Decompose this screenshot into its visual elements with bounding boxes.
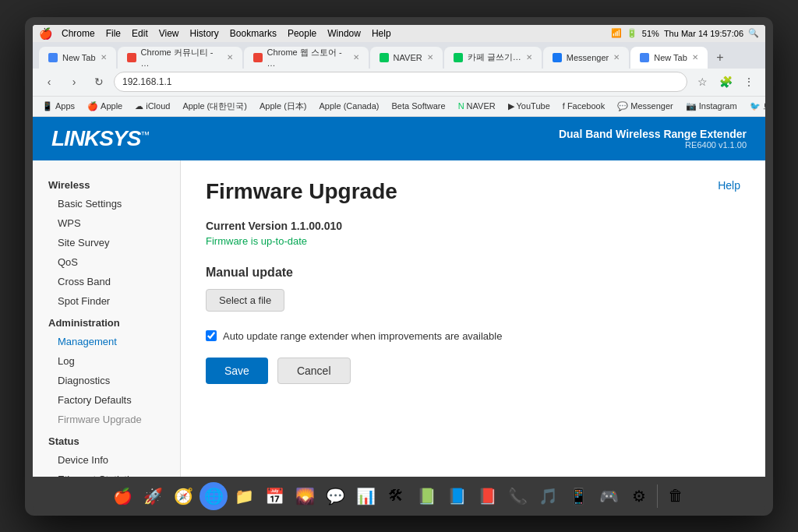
back-button[interactable]: ‹ bbox=[39, 72, 59, 92]
tab-4-close[interactable]: ✕ bbox=[427, 53, 433, 62]
battery-icon: 🔋 bbox=[627, 28, 637, 38]
dock-tools[interactable]: 🛠 bbox=[382, 482, 410, 510]
bookmark-apps[interactable]: 📱Apps bbox=[39, 100, 78, 113]
sidebar-item-factory-defaults[interactable]: Factory Defaults bbox=[33, 390, 180, 410]
tab-6-close[interactable]: ✕ bbox=[613, 53, 620, 62]
refresh-button[interactable]: ↻ bbox=[89, 72, 109, 92]
sidebar-item-site-survey[interactable]: Site Survey bbox=[33, 233, 180, 252]
extensions-button[interactable]: 🧩 bbox=[715, 72, 736, 92]
bookmark-apple-icon: 🍎 bbox=[87, 101, 98, 111]
bookmark-twitter[interactable]: 🐦 트위터 bbox=[747, 99, 765, 114]
macos-dock: 🍎 🚀 🧭 🌐 📁 📅 🌄 💬 📊 🛠 📗 📘 📕 📞 🎵 📱 🎮 ⚙ 🗑 bbox=[33, 477, 765, 516]
tab-7-close[interactable]: ✕ bbox=[692, 53, 698, 62]
bookmark-beta[interactable]: Beta Software bbox=[389, 100, 449, 112]
save-button[interactable]: Save bbox=[206, 358, 268, 384]
sidebar-item-firmware-upgrade[interactable]: Firmware Upgrade bbox=[33, 410, 180, 429]
tab-6[interactable]: Messenger ✕ bbox=[543, 47, 629, 69]
bookmark-apple-jp[interactable]: Apple (日本) bbox=[256, 99, 310, 114]
menu-view[interactable]: View bbox=[159, 28, 179, 39]
dock-music[interactable]: 🎵 bbox=[534, 482, 562, 510]
bookmark-apple-kr[interactable]: Apple (대한민국) bbox=[179, 99, 250, 114]
tab-7-active[interactable]: New Tab ✕ bbox=[630, 47, 708, 69]
current-version: Current Version 1.1.00.010 bbox=[206, 220, 740, 232]
dock-messages[interactable]: 💬 bbox=[321, 482, 349, 510]
page-header: Firmware Upgrade Help bbox=[206, 179, 740, 204]
sidebar-item-diagnostics[interactable]: Diagnostics bbox=[33, 371, 180, 390]
search-icon[interactable]: 🔍 bbox=[748, 28, 759, 38]
dock-appstore[interactable]: 📱 bbox=[564, 482, 592, 510]
address-bar[interactable]: 192.168.1.1 bbox=[114, 72, 687, 92]
sidebar-item-ethernet-statistics[interactable]: Ethernet Statistics bbox=[33, 470, 180, 477]
address-text: 192.168.1.1 bbox=[122, 76, 171, 87]
menu-help[interactable]: Help bbox=[372, 28, 391, 39]
bookmark-instagram[interactable]: 📷 Instagram bbox=[683, 100, 740, 113]
apple-menu-icon[interactable]: 🍎 bbox=[39, 27, 52, 40]
section-status: Status bbox=[33, 429, 180, 450]
auto-update-label: Auto update range extender when improvem… bbox=[223, 330, 502, 342]
menu-bookmarks[interactable]: Bookmarks bbox=[230, 28, 277, 39]
dock-photos[interactable]: 🌄 bbox=[291, 482, 319, 510]
tab-4[interactable]: NAVER ✕ bbox=[370, 47, 443, 69]
sidebar-item-log[interactable]: Log bbox=[33, 351, 180, 371]
dock-finder-files[interactable]: 📁 bbox=[230, 482, 258, 510]
sidebar-item-device-info[interactable]: Device Info bbox=[33, 450, 180, 470]
clock: Thu Mar 14 19:57:06 bbox=[664, 29, 743, 38]
bookmark-apple[interactable]: 🍎Apple bbox=[84, 100, 125, 113]
dock-steam[interactable]: 🎮 bbox=[595, 482, 623, 510]
sidebar-item-spot-finder[interactable]: Spot Finder bbox=[33, 291, 180, 311]
sidebar-item-qos[interactable]: QoS bbox=[33, 252, 180, 272]
sidebar-item-cross-band[interactable]: Cross Band bbox=[33, 272, 180, 291]
dock-word[interactable]: 📘 bbox=[443, 482, 471, 510]
tab-1-close[interactable]: ✕ bbox=[101, 53, 107, 62]
dock-prefs[interactable]: ⚙ bbox=[625, 482, 653, 510]
tab-1[interactable]: New Tab ✕ bbox=[39, 47, 116, 69]
dock-excel[interactable]: 📗 bbox=[412, 482, 440, 510]
sidebar-item-wps[interactable]: WPS bbox=[33, 213, 180, 233]
linksys-logo-text: LINKSYS bbox=[51, 126, 140, 150]
tab-3-close[interactable]: ✕ bbox=[353, 53, 359, 62]
bookmark-youtube[interactable]: ▶ YouTube bbox=[505, 100, 553, 113]
menu-people[interactable]: People bbox=[288, 28, 316, 39]
tab-5[interactable]: 카페 글쓰기… ✕ bbox=[444, 47, 542, 69]
dock-trash[interactable]: 🗑 bbox=[662, 482, 690, 510]
dock-numbers[interactable]: 📊 bbox=[351, 482, 380, 510]
bookmark-facebook[interactable]: f Facebook bbox=[560, 100, 608, 112]
menu-window[interactable]: Window bbox=[327, 28, 361, 39]
tab-2[interactable]: Chrome 커뮤니티 - … ✕ bbox=[118, 47, 242, 69]
dock-calendar[interactable]: 📅 bbox=[260, 482, 288, 510]
linksys-logo: LINKSYS™ bbox=[51, 126, 149, 151]
menu-edit[interactable]: Edit bbox=[132, 28, 148, 39]
menu-history[interactable]: History bbox=[190, 28, 219, 39]
menu-chrome[interactable]: Chrome bbox=[62, 28, 95, 39]
browser-frame: New Tab ✕ Chrome 커뮤니티 - … ✕ Chrome 웹 스토어… bbox=[33, 42, 765, 477]
dock-chrome[interactable]: 🌐 bbox=[200, 482, 228, 510]
bookmark-messenger[interactable]: 💬 Messenger bbox=[614, 100, 676, 113]
forward-button[interactable]: › bbox=[64, 72, 84, 92]
tab-3[interactable]: Chrome 웹 스토어 - … ✕ bbox=[244, 47, 369, 69]
bookmarks-bar: 📱Apps 🍎Apple ☁iCloud Apple (대한민국) Apple … bbox=[33, 97, 765, 117]
menu-file[interactable]: File bbox=[106, 28, 121, 39]
select-file-button[interactable]: Select a file bbox=[206, 289, 284, 312]
dock-skype[interactable]: 📞 bbox=[503, 482, 531, 510]
bookmark-icloud[interactable]: ☁iCloud bbox=[132, 100, 173, 113]
auto-update-checkbox[interactable] bbox=[206, 330, 217, 341]
bookmark-apple-ca[interactable]: Apple (Canada) bbox=[316, 100, 382, 112]
dock-finder[interactable]: 🍎 bbox=[108, 482, 136, 510]
dock-launchpad[interactable]: 🚀 bbox=[139, 482, 167, 510]
new-tab-button[interactable]: + bbox=[709, 47, 731, 69]
auto-update-row: Auto update range extender when improvem… bbox=[206, 330, 740, 342]
section-administration: Administration bbox=[33, 311, 180, 332]
tab-5-close[interactable]: ✕ bbox=[526, 53, 532, 62]
tab-2-close[interactable]: ✕ bbox=[227, 53, 233, 62]
help-link[interactable]: Help bbox=[718, 179, 740, 192]
cancel-button[interactable]: Cancel bbox=[277, 358, 351, 384]
tab-4-favicon bbox=[380, 53, 389, 62]
sidebar-item-management[interactable]: Management bbox=[33, 332, 180, 351]
bookmark-star-button[interactable]: ☆ bbox=[692, 72, 712, 92]
dock-safari[interactable]: 🧭 bbox=[169, 482, 197, 510]
dock-powerpoint[interactable]: 📕 bbox=[473, 482, 501, 510]
tab-5-favicon bbox=[454, 53, 463, 62]
chrome-menu-button[interactable]: ⋮ bbox=[739, 72, 759, 92]
bookmark-naver[interactable]: NNAVER bbox=[455, 100, 499, 112]
sidebar-item-basic-settings[interactable]: Basic Settings bbox=[33, 194, 180, 213]
